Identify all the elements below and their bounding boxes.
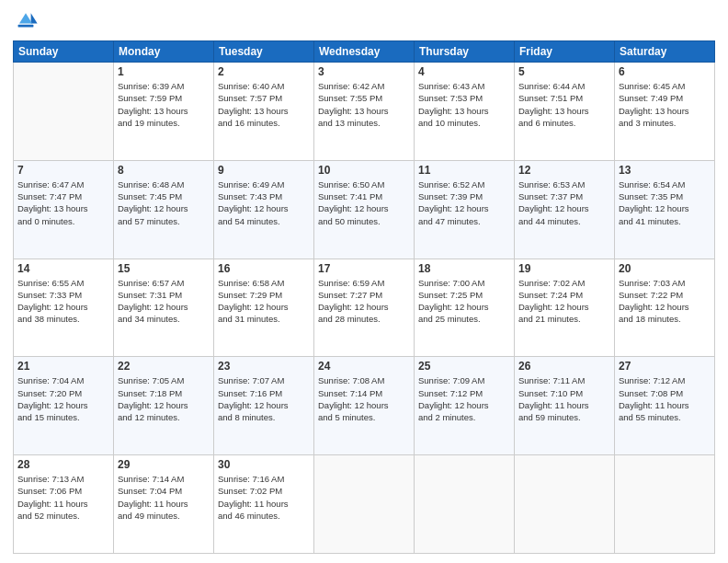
calendar-cell: 11Sunrise: 6:52 AM Sunset: 7:39 PM Dayli… [415,160,515,259]
day-info: Sunrise: 7:09 AM Sunset: 7:12 PM Dayligh… [418,374,510,423]
day-info: Sunrise: 6:40 AM Sunset: 7:57 PM Dayligh… [218,80,310,129]
day-number: 13 [619,164,711,177]
day-number: 8 [118,164,210,177]
day-number: 14 [17,262,109,275]
calendar-cell: 10Sunrise: 6:50 AM Sunset: 7:41 PM Dayli… [314,160,415,259]
day-number: 20 [619,262,711,275]
day-info: Sunrise: 6:53 AM Sunset: 7:37 PM Dayligh… [518,178,610,227]
day-info: Sunrise: 6:47 AM Sunset: 7:47 PM Dayligh… [17,178,109,227]
calendar-week-row: 7Sunrise: 6:47 AM Sunset: 7:47 PM Daylig… [14,160,715,259]
calendar-cell: 9Sunrise: 6:49 AM Sunset: 7:43 PM Daylig… [214,160,314,259]
header [13,9,715,35]
logo-icon [13,9,39,35]
calendar-cell: 23Sunrise: 7:07 AM Sunset: 7:16 PM Dayli… [214,357,314,455]
calendar-cell [314,455,415,554]
day-info: Sunrise: 6:54 AM Sunset: 7:35 PM Dayligh… [619,178,711,227]
calendar-cell: 2Sunrise: 6:40 AM Sunset: 7:57 PM Daylig… [214,63,314,161]
calendar-cell: 13Sunrise: 6:54 AM Sunset: 7:35 PM Dayli… [615,160,715,259]
day-info: Sunrise: 6:49 AM Sunset: 7:43 PM Dayligh… [218,178,310,227]
day-info: Sunrise: 6:39 AM Sunset: 7:59 PM Dayligh… [118,80,210,129]
calendar-cell: 30Sunrise: 7:16 AM Sunset: 7:02 PM Dayli… [214,455,314,554]
day-info: Sunrise: 7:05 AM Sunset: 7:18 PM Dayligh… [118,374,210,423]
day-info: Sunrise: 6:50 AM Sunset: 7:41 PM Dayligh… [318,178,410,227]
weekday-header-friday: Friday [515,41,615,63]
calendar-cell: 6Sunrise: 6:45 AM Sunset: 7:49 PM Daylig… [615,63,715,161]
day-number: 24 [318,360,410,373]
day-info: Sunrise: 6:48 AM Sunset: 7:45 PM Dayligh… [118,178,210,227]
calendar-cell: 12Sunrise: 6:53 AM Sunset: 7:37 PM Dayli… [515,160,615,259]
weekday-header-row: SundayMondayTuesdayWednesdayThursdayFrid… [14,41,715,63]
calendar-cell: 14Sunrise: 6:55 AM Sunset: 7:33 PM Dayli… [14,259,114,357]
calendar-cell: 16Sunrise: 6:58 AM Sunset: 7:29 PM Dayli… [214,259,314,357]
day-info: Sunrise: 6:52 AM Sunset: 7:39 PM Dayligh… [418,178,510,227]
day-number: 25 [418,360,510,373]
day-number: 21 [17,360,109,373]
calendar-week-row: 1Sunrise: 6:39 AM Sunset: 7:59 PM Daylig… [14,63,715,161]
day-number: 15 [118,262,210,275]
page: SundayMondayTuesdayWednesdayThursdayFrid… [0,0,728,563]
calendar-week-row: 21Sunrise: 7:04 AM Sunset: 7:20 PM Dayli… [14,357,715,455]
calendar-cell: 7Sunrise: 6:47 AM Sunset: 7:47 PM Daylig… [14,160,114,259]
svg-rect-2 [18,25,34,28]
day-number: 7 [17,164,109,177]
day-info: Sunrise: 6:55 AM Sunset: 7:33 PM Dayligh… [17,277,109,326]
calendar-cell: 18Sunrise: 7:00 AM Sunset: 7:25 PM Dayli… [415,259,515,357]
day-number: 17 [318,262,410,275]
day-info: Sunrise: 6:44 AM Sunset: 7:51 PM Dayligh… [518,80,610,129]
weekday-header-monday: Monday [114,41,214,63]
calendar-cell [415,455,515,554]
calendar-week-row: 28Sunrise: 7:13 AM Sunset: 7:06 PM Dayli… [14,455,715,554]
calendar-cell: 4Sunrise: 6:43 AM Sunset: 7:53 PM Daylig… [415,63,515,161]
day-number: 9 [218,164,310,177]
logo [13,9,42,35]
day-info: Sunrise: 6:59 AM Sunset: 7:27 PM Dayligh… [318,277,410,326]
weekday-header-wednesday: Wednesday [314,41,415,63]
calendar-cell: 28Sunrise: 7:13 AM Sunset: 7:06 PM Dayli… [14,455,114,554]
day-info: Sunrise: 6:43 AM Sunset: 7:53 PM Dayligh… [418,80,510,129]
weekday-header-sunday: Sunday [14,41,114,63]
day-number: 18 [418,262,510,275]
weekday-header-tuesday: Tuesday [214,41,314,63]
calendar-week-row: 14Sunrise: 6:55 AM Sunset: 7:33 PM Dayli… [14,259,715,357]
day-number: 5 [518,65,610,78]
calendar-cell: 22Sunrise: 7:05 AM Sunset: 7:18 PM Dayli… [114,357,214,455]
weekday-header-thursday: Thursday [415,41,515,63]
calendar-cell: 3Sunrise: 6:42 AM Sunset: 7:55 PM Daylig… [314,63,415,161]
calendar-cell [515,455,615,554]
day-info: Sunrise: 7:00 AM Sunset: 7:25 PM Dayligh… [418,277,510,326]
day-number: 27 [619,360,711,373]
calendar-cell [14,63,114,161]
calendar-cell: 29Sunrise: 7:14 AM Sunset: 7:04 PM Dayli… [114,455,214,554]
svg-marker-0 [31,13,38,23]
svg-marker-1 [19,13,32,23]
day-info: Sunrise: 7:13 AM Sunset: 7:06 PM Dayligh… [17,473,109,522]
day-number: 1 [118,65,210,78]
day-number: 29 [118,458,210,471]
day-number: 3 [318,65,410,78]
day-info: Sunrise: 7:07 AM Sunset: 7:16 PM Dayligh… [218,374,310,423]
calendar-cell: 1Sunrise: 6:39 AM Sunset: 7:59 PM Daylig… [114,63,214,161]
day-info: Sunrise: 7:08 AM Sunset: 7:14 PM Dayligh… [318,374,410,423]
weekday-header-saturday: Saturday [615,41,715,63]
day-number: 6 [619,65,711,78]
calendar-cell: 15Sunrise: 6:57 AM Sunset: 7:31 PM Dayli… [114,259,214,357]
calendar-cell [615,455,715,554]
day-info: Sunrise: 6:58 AM Sunset: 7:29 PM Dayligh… [218,277,310,326]
calendar-cell: 25Sunrise: 7:09 AM Sunset: 7:12 PM Dayli… [415,357,515,455]
day-number: 16 [218,262,310,275]
day-number: 26 [518,360,610,373]
day-number: 12 [518,164,610,177]
calendar-cell: 19Sunrise: 7:02 AM Sunset: 7:24 PM Dayli… [515,259,615,357]
day-number: 10 [318,164,410,177]
day-info: Sunrise: 7:16 AM Sunset: 7:02 PM Dayligh… [218,473,310,522]
day-number: 4 [418,65,510,78]
day-info: Sunrise: 7:04 AM Sunset: 7:20 PM Dayligh… [17,374,109,423]
calendar-cell: 17Sunrise: 6:59 AM Sunset: 7:27 PM Dayli… [314,259,415,357]
day-info: Sunrise: 7:03 AM Sunset: 7:22 PM Dayligh… [619,277,711,326]
day-number: 28 [17,458,109,471]
calendar-cell: 26Sunrise: 7:11 AM Sunset: 7:10 PM Dayli… [515,357,615,455]
calendar-cell: 27Sunrise: 7:12 AM Sunset: 7:08 PM Dayli… [615,357,715,455]
day-info: Sunrise: 7:02 AM Sunset: 7:24 PM Dayligh… [518,277,610,326]
calendar-cell: 20Sunrise: 7:03 AM Sunset: 7:22 PM Dayli… [615,259,715,357]
day-info: Sunrise: 7:11 AM Sunset: 7:10 PM Dayligh… [518,374,610,423]
